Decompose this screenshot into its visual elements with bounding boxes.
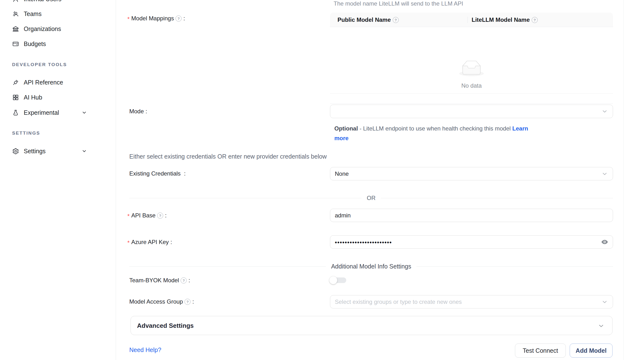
sidebar-item-teams[interactable]: Teams xyxy=(0,8,116,19)
sidebar: Internal Users Teams Organizations Budge… xyxy=(0,0,116,360)
empty-inbox-icon xyxy=(459,60,484,76)
mode-label: Mode : xyxy=(129,107,147,116)
sidebar-item-ai-hub[interactable]: AI Hub xyxy=(0,92,116,103)
additional-model-info-divider: Additional Model Info Settings xyxy=(129,262,613,270)
sidebar-item-experimental[interactable]: Experimental xyxy=(0,107,116,118)
api-plug-icon xyxy=(12,79,19,86)
existing-credentials-select[interactable]: None xyxy=(330,167,613,180)
mode-select[interactable] xyxy=(330,104,613,118)
azure-api-key-label: * Azure API Key : xyxy=(127,238,172,246)
masked-password-value: ••••••••••••••••••••••• xyxy=(335,239,392,246)
sidebar-item-settings[interactable]: Settings xyxy=(0,146,116,156)
add-model-page: Internal Users Teams Organizations Budge… xyxy=(0,0,644,360)
or-divider: OR xyxy=(129,194,613,202)
model-access-group-label: Model Access Group ? : xyxy=(129,297,194,306)
toggle-handle xyxy=(329,276,337,284)
team-byok-label: Team-BYOK Model ? : xyxy=(129,276,190,285)
appstore-grid-icon xyxy=(12,94,19,101)
add-model-button[interactable]: Add Model xyxy=(570,344,612,358)
chevron-down-icon xyxy=(598,322,604,329)
model-mappings-table: Public Model Name ? LiteLLM Model Name ?… xyxy=(330,12,613,104)
mode-helper-line1: Optional - LiteLLM endpoint to use when … xyxy=(334,125,528,132)
help-icon[interactable]: ? xyxy=(393,17,399,23)
help-icon[interactable]: ? xyxy=(184,299,190,305)
credit-card-icon xyxy=(12,40,19,48)
chevron-down-icon xyxy=(81,148,87,154)
gear-icon xyxy=(12,148,19,155)
empty-state: No data xyxy=(330,27,613,94)
learn-more-link[interactable]: more xyxy=(334,135,349,142)
chevron-down-icon xyxy=(602,170,608,177)
sidebar-item-label: Organizations xyxy=(24,26,61,32)
help-icon[interactable]: ? xyxy=(532,17,538,23)
team-byok-toggle[interactable] xyxy=(330,277,346,283)
sidebar-item-label: Teams xyxy=(24,10,42,18)
required-marker: * xyxy=(127,213,130,220)
azure-api-key-input[interactable]: ••••••••••••••••••••••• xyxy=(330,235,613,249)
test-connect-button[interactable]: Test Connect xyxy=(515,344,566,358)
eye-icon xyxy=(601,238,608,246)
team-icon xyxy=(12,10,19,18)
sidebar-item-label: Experimental xyxy=(24,109,59,116)
required-marker: * xyxy=(127,240,130,246)
model-mappings-label: * Model Mappings ? : xyxy=(127,14,185,23)
sidebar-item-api-reference[interactable]: API Reference xyxy=(0,77,116,88)
sidebar-item-label: Internal Users xyxy=(24,0,62,3)
divider-line xyxy=(416,266,613,266)
table-header-row: Public Model Name ? LiteLLM Model Name ? xyxy=(330,12,613,27)
sidebar-item-organizations[interactable]: Organizations xyxy=(0,24,116,34)
sidebar-item-label: Budgets xyxy=(24,40,46,48)
column-header-litellm-model-name: LiteLLM Model Name ? xyxy=(472,12,538,27)
credentials-note: Either select existing credentials OR en… xyxy=(129,153,327,160)
sidebar-item-budgets[interactable]: Budgets xyxy=(0,38,116,49)
advanced-settings-title: Advanced Settings xyxy=(137,316,194,335)
advanced-settings-panel[interactable]: Advanced Settings xyxy=(130,316,612,335)
sidebar-section-settings: SETTINGS xyxy=(12,130,40,136)
experiment-flask-icon xyxy=(12,109,19,116)
sidebar-item-internal-users[interactable]: Internal Users xyxy=(0,0,116,4)
learn-more-link[interactable]: Learn xyxy=(512,125,528,132)
divider-line xyxy=(129,266,326,266)
user-icon xyxy=(12,0,19,3)
toggle-password-visibility-button[interactable] xyxy=(601,238,608,246)
litellm-model-name-helper-text: The model name LiteLLM will send to the … xyxy=(334,0,463,7)
need-help-link[interactable]: Need Help? xyxy=(129,346,161,354)
table-empty-body: No data xyxy=(330,27,613,94)
help-icon[interactable]: ? xyxy=(180,278,187,284)
chevron-down-icon xyxy=(81,110,87,116)
divider-line xyxy=(381,198,613,198)
chevron-down-icon xyxy=(602,108,608,115)
sidebar-item-label: API Reference xyxy=(24,79,63,86)
api-base-input-wrap xyxy=(330,209,613,222)
content-right-divider xyxy=(624,0,624,360)
chevron-down-icon xyxy=(602,298,608,305)
sidebar-item-label: Settings xyxy=(24,148,46,155)
model-access-group-select[interactable]: Select existing groups or type to create… xyxy=(330,295,613,308)
column-header-public-model-name: Public Model Name ? xyxy=(338,12,399,27)
mode-helper-line2: more xyxy=(334,135,349,142)
help-icon[interactable]: ? xyxy=(157,212,163,218)
divider-line xyxy=(129,198,362,198)
required-marker: * xyxy=(127,16,130,22)
no-data-text: No data xyxy=(330,82,613,89)
column-divider xyxy=(468,17,468,23)
sidebar-item-label: AI Hub xyxy=(24,94,42,101)
sidebar-section-developer-tools: DEVELOPER TOOLS xyxy=(12,62,67,67)
bank-icon xyxy=(12,26,19,32)
api-base-input[interactable] xyxy=(330,209,613,222)
api-base-label: * API Base ? : xyxy=(127,211,166,220)
help-icon[interactable]: ? xyxy=(176,16,182,22)
table-footer-strip xyxy=(330,94,613,104)
existing-credentials-label: Existing Credentials : xyxy=(129,169,186,178)
